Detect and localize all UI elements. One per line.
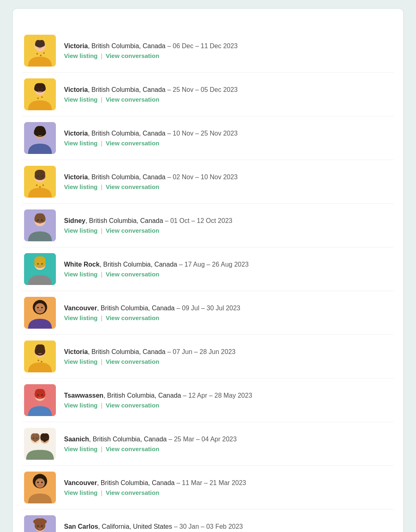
svg-point-26 xyxy=(37,219,39,221)
action-separator: | xyxy=(101,402,102,409)
svg-point-23 xyxy=(39,186,41,188)
action-separator: | xyxy=(101,314,102,321)
sit-dates: – 02 Nov – 10 Nov 2023 xyxy=(167,174,238,180)
sit-item: Sidney, British Columbia, Canada – 01 Oc… xyxy=(22,204,394,247)
svg-point-11 xyxy=(37,98,39,99)
view-conversation-link[interactable]: View conversation xyxy=(106,183,159,190)
sit-city: Victoria xyxy=(64,86,88,93)
svg-point-53 xyxy=(46,438,47,439)
view-conversation-link[interactable]: View conversation xyxy=(106,445,159,452)
sit-city: White Rock xyxy=(64,261,100,268)
view-listing-link[interactable]: View listing xyxy=(64,358,97,365)
completed-house-sits-card: Victoria, British Columbia, Canada – 06 … xyxy=(12,8,404,532)
sit-info: Victoria, British Columbia, Canada – 25 … xyxy=(64,86,238,103)
view-conversation-link[interactable]: View conversation xyxy=(106,271,159,278)
action-separator: | xyxy=(101,358,102,365)
sit-actions: View listing | View conversation xyxy=(64,489,246,496)
sit-info: White Rock, British Columbia, Canada – 1… xyxy=(64,261,249,278)
sit-city: Vancouver xyxy=(64,305,97,312)
sit-actions: View listing | View conversation xyxy=(64,402,252,409)
view-conversation-link[interactable]: View conversation xyxy=(106,140,159,147)
svg-point-2 xyxy=(37,44,39,46)
svg-point-63 xyxy=(37,525,39,527)
avatar xyxy=(24,472,56,503)
sit-location: Victoria, British Columbia, Canada – 02 … xyxy=(64,174,238,181)
avatar xyxy=(24,209,56,241)
svg-point-4 xyxy=(36,53,38,55)
view-conversation-link[interactable]: View conversation xyxy=(106,314,159,321)
view-conversation-link[interactable]: View conversation xyxy=(106,358,159,365)
sit-info: Victoria, British Columbia, Canada – 06 … xyxy=(64,42,238,59)
sit-info: Vancouver, British Columbia, Canada – 09… xyxy=(64,305,240,321)
avatar xyxy=(24,428,56,460)
sit-location: Vancouver, British Columbia, Canada – 09… xyxy=(64,305,240,312)
svg-point-34 xyxy=(35,303,45,314)
view-conversation-link[interactable]: View conversation xyxy=(106,402,159,409)
view-listing-link[interactable]: View listing xyxy=(64,183,97,190)
sit-region: , British Columbia, Canada xyxy=(97,305,175,312)
sit-dates: – 01 Oct – 12 Oct 2023 xyxy=(165,217,232,224)
svg-point-36 xyxy=(41,307,43,308)
sit-info: Sidney, British Columbia, Canada – 01 Oc… xyxy=(64,217,232,234)
sit-city: Saanich xyxy=(64,436,89,443)
sit-item: Vancouver, British Columbia, Canada – 09… xyxy=(22,291,394,335)
view-listing-link[interactable]: View listing xyxy=(64,271,97,278)
action-separator: | xyxy=(101,445,102,452)
svg-point-49 xyxy=(33,438,34,439)
sit-actions: View listing | View conversation xyxy=(64,314,240,321)
sit-region: , British Columbia, Canada xyxy=(88,348,165,355)
sit-region: , British Columbia, Canada xyxy=(88,130,165,137)
sit-region: , British Columbia, Canada xyxy=(88,42,165,49)
sit-dates: – 25 Nov – 05 Dec 2023 xyxy=(167,86,238,93)
sit-region: , British Columbia, Canada xyxy=(88,86,165,93)
action-separator: | xyxy=(101,96,102,103)
avatar xyxy=(24,78,56,110)
avatar xyxy=(24,384,56,416)
view-listing-link[interactable]: View listing xyxy=(64,227,97,234)
svg-point-64 xyxy=(41,525,43,527)
view-conversation-link[interactable]: View conversation xyxy=(106,96,159,103)
view-listing-link[interactable]: View listing xyxy=(64,489,97,496)
sit-location: Victoria, British Columbia, Canada – 25 … xyxy=(64,86,238,93)
sit-item: Victoria, British Columbia, Canada – 02 … xyxy=(22,160,394,204)
view-listing-link[interactable]: View listing xyxy=(64,140,97,147)
sit-actions: View listing | View conversation xyxy=(64,358,235,365)
avatar xyxy=(24,122,56,154)
view-listing-link[interactable]: View listing xyxy=(64,402,97,409)
svg-point-16 xyxy=(41,132,43,134)
svg-point-10 xyxy=(41,88,43,89)
sit-actions: View listing | View conversation xyxy=(64,445,237,452)
sit-info: Victoria, British Columbia, Canada – 10 … xyxy=(64,130,238,147)
view-listing-link[interactable]: View listing xyxy=(64,96,97,103)
svg-point-22 xyxy=(42,185,44,186)
action-separator: | xyxy=(101,52,102,59)
svg-point-41 xyxy=(38,360,39,361)
sit-region: , British Columbia, Canada xyxy=(104,392,181,399)
svg-point-57 xyxy=(37,481,39,483)
sit-dates: – 30 Jan – 03 Feb 2023 xyxy=(174,523,243,530)
sit-city: Sidney xyxy=(64,217,85,224)
sit-actions: View listing | View conversation xyxy=(64,183,238,190)
sit-location: San Carlos, California, United States – … xyxy=(64,523,243,530)
svg-point-56 xyxy=(35,479,44,488)
sit-actions: View listing | View conversation xyxy=(64,140,238,147)
sit-dates: – 09 Jul – 30 Jul 2023 xyxy=(177,305,241,312)
view-listing-link[interactable]: View listing xyxy=(64,445,97,452)
avatar xyxy=(24,253,56,285)
sit-location: Victoria, British Columbia, Canada – 07 … xyxy=(64,348,235,356)
sit-city: Victoria xyxy=(64,174,88,180)
avatar xyxy=(24,35,56,67)
svg-point-31 xyxy=(41,263,43,265)
sit-item: Victoria, British Columbia, Canada – 07 … xyxy=(22,335,394,378)
view-conversation-link[interactable]: View conversation xyxy=(106,52,159,59)
svg-point-62 xyxy=(43,520,47,524)
sit-city: Tsawwassen xyxy=(64,392,104,399)
view-conversation-link[interactable]: View conversation xyxy=(106,227,159,234)
sit-actions: View listing | View conversation xyxy=(64,96,238,103)
view-conversation-link[interactable]: View conversation xyxy=(106,489,159,496)
sit-info: San Carlos, California, United States – … xyxy=(64,523,243,532)
view-listing-link[interactable]: View listing xyxy=(64,52,97,59)
sit-item: White Rock, British Columbia, Canada – 1… xyxy=(22,247,394,291)
svg-point-42 xyxy=(41,361,42,363)
view-listing-link[interactable]: View listing xyxy=(64,314,97,321)
